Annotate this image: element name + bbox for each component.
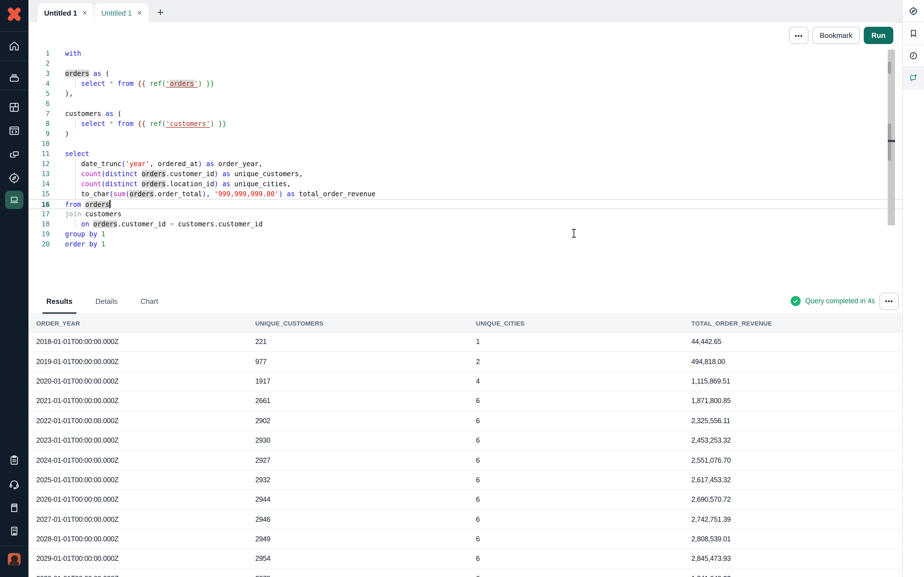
table-cell: 2927 xyxy=(247,450,468,470)
table-row[interactable]: 2027-01-01T00:00:00.000Z294662,742,751.3… xyxy=(29,509,903,529)
code-line: 7customers as ( xyxy=(29,109,903,119)
code-line: 4 select * from {{ ref('orders') }} xyxy=(29,79,903,89)
tab-untitled-2[interactable]: Untitled 1 ✕ xyxy=(95,3,149,22)
app-window: Untitled 1 ✕ Untitled 1 ✕ + ••• Bookmark… xyxy=(0,0,924,577)
table-row[interactable]: 2029-01-01T00:00:00.000Z295462,845,473.9… xyxy=(29,549,903,569)
table-cell: 6 xyxy=(468,431,683,450)
sql-editor[interactable]: 1with23orders as (4 select * from {{ ref… xyxy=(29,48,903,288)
code-line: 19group by 1 xyxy=(29,229,903,239)
text-cursor-pointer xyxy=(571,229,577,240)
table-cell: 494,818.00 xyxy=(683,352,903,372)
tab-chart[interactable]: Chart xyxy=(141,288,158,314)
home-icon[interactable] xyxy=(0,37,29,54)
ai-chat-sparkle-icon[interactable] xyxy=(903,67,924,89)
results-tab-bar: Results Details Chart xyxy=(29,288,903,314)
table-cell: 1,871,800.85 xyxy=(683,391,903,411)
more-options-button[interactable]: ••• xyxy=(789,27,809,44)
close-icon[interactable]: ✕ xyxy=(137,9,142,16)
table-cell: 221 xyxy=(247,332,468,352)
close-icon[interactable]: ✕ xyxy=(82,9,87,16)
code-line: 18 on orders.customer_id = customers.cus… xyxy=(29,219,903,229)
table-row[interactable]: 2018-01-01T00:00:00.000Z221144,442.65 xyxy=(29,332,903,352)
code-line: 6 xyxy=(29,99,903,109)
support-headset-icon[interactable] xyxy=(0,475,29,492)
table-row[interactable]: 2028-01-01T00:00:00.000Z294962,808,539.0… xyxy=(29,529,903,549)
table-cell: 1 xyxy=(468,332,683,352)
code-line: 16from orders xyxy=(29,199,903,209)
table-cell: 2,453,253.32 xyxy=(683,431,903,450)
table-cell: 2023-01-01T00:00:00.000Z xyxy=(29,431,247,450)
table-cell: 2932 xyxy=(247,470,468,490)
tab-results[interactable]: Results xyxy=(46,288,73,314)
table-cell: 4 xyxy=(468,372,683,392)
table-cell: 2944 xyxy=(247,490,468,509)
column-header[interactable]: UNIQUE_CITIES xyxy=(468,315,683,332)
table-row[interactable]: 2020-01-01T00:00:00.000Z191741,115,869.5… xyxy=(29,372,903,392)
clipboard-icon[interactable] xyxy=(0,451,29,468)
table-row[interactable]: 2024-01-01T00:00:00.000Z292762,551,076.7… xyxy=(29,450,903,470)
query-status: Query completed in 4s ••• xyxy=(791,288,899,314)
table-row[interactable]: 2023-01-01T00:00:00.000Z293062,453,253.3… xyxy=(29,431,903,450)
table-cell: 1917 xyxy=(247,372,468,392)
column-header[interactable]: TOTAL_ORDER_REVENUE xyxy=(683,315,903,332)
tab-label: Untitled 1 xyxy=(101,9,132,17)
column-header[interactable]: UNIQUE_CUSTOMERS xyxy=(247,315,468,332)
tab-untitled-1[interactable]: Untitled 1 ✕ xyxy=(37,3,95,22)
bookmark-button[interactable]: Bookmark xyxy=(813,27,859,44)
table-cell: 2,845,473.93 xyxy=(683,549,903,569)
table-cell: 2954 xyxy=(247,549,468,569)
table-row[interactable]: 2019-01-01T00:00:00.000Z9772494,818.00 xyxy=(29,352,903,372)
table-cell: 2,742,751.39 xyxy=(683,509,903,529)
dashboard-grid-icon[interactable] xyxy=(0,99,29,115)
code-line: 10 xyxy=(29,139,903,149)
cell-toolbar: ••• Bookmark Run xyxy=(29,22,893,49)
new-tab-icon[interactable]: + xyxy=(157,6,163,19)
code-line: 15 to_char(sum(orders.order_total), '999… xyxy=(29,189,903,199)
column-header[interactable]: ORDER_YEAR xyxy=(29,315,247,332)
table-cell: 6 xyxy=(468,391,683,411)
windows-icon[interactable] xyxy=(0,147,29,163)
table-row[interactable]: 2022-01-01T00:00:00.000Z290262,325,556.1… xyxy=(29,411,903,431)
table-cell: 2028-01-01T00:00:00.000Z xyxy=(29,529,247,549)
run-button[interactable]: Run xyxy=(863,27,893,44)
table-row[interactable]: 2026-01-01T00:00:00.000Z294462,690,570.7… xyxy=(29,490,903,509)
organization-building-icon[interactable] xyxy=(0,522,29,539)
table-cell: 1,115,869.51 xyxy=(683,372,903,392)
tab-details[interactable]: Details xyxy=(95,288,118,314)
compass-icon[interactable] xyxy=(903,0,924,22)
user-avatar[interactable] xyxy=(8,553,21,566)
hex-logo-icon[interactable] xyxy=(7,7,22,22)
results-table: ORDER_YEARUNIQUE_CUSTOMERSUNIQUE_CITIEST… xyxy=(29,315,903,577)
docs-book-icon[interactable] xyxy=(0,499,29,516)
table-cell: 6 xyxy=(468,490,683,509)
table-row[interactable]: 2025-01-01T00:00:00.000Z293262,617,453.3… xyxy=(29,470,903,490)
table-cell: 2,617,453.32 xyxy=(683,470,903,490)
table-cell: 2021-01-01T00:00:00.000Z xyxy=(29,391,247,411)
code-line: 13 count(distinct orders.customer_id) as… xyxy=(29,169,903,179)
table-row[interactable]: 2030-01-01T00:00:00.000Z287961,841,049.3… xyxy=(29,569,903,577)
editor-scrollbar[interactable] xyxy=(887,50,895,225)
table-cell: 2949 xyxy=(247,529,468,549)
data-drawer-icon[interactable] xyxy=(0,69,29,86)
table-cell: 977 xyxy=(247,352,468,372)
code-line: 14 count(distinct orders.location_id) as… xyxy=(29,179,903,189)
table-cell: 6 xyxy=(468,470,683,490)
cursor-position-marker xyxy=(887,140,895,142)
table-cell: 2030-01-01T00:00:00.000Z xyxy=(29,569,247,577)
code-line: 17join customers xyxy=(29,209,903,219)
table-cell: 6 xyxy=(468,529,683,549)
status-text: Query completed in 4s xyxy=(805,297,875,305)
code-line: 5), xyxy=(29,89,903,99)
table-cell: 2661 xyxy=(247,391,468,411)
results-more-button[interactable]: ••• xyxy=(879,292,899,310)
explore-compass-icon[interactable] xyxy=(0,169,29,186)
code-line: 9) xyxy=(29,129,903,139)
table-cell: 2029-01-01T00:00:00.000Z xyxy=(29,549,247,569)
table-row[interactable]: 2021-01-01T00:00:00.000Z266161,871,800.8… xyxy=(29,391,903,411)
table-cell: 2025-01-01T00:00:00.000Z xyxy=(29,470,247,490)
desktop-icon-active[interactable] xyxy=(5,191,23,209)
code-line: 1with xyxy=(29,48,903,58)
history-clock-icon[interactable] xyxy=(903,45,924,67)
bookmark-icon[interactable] xyxy=(903,22,924,45)
code-browser-icon[interactable] xyxy=(0,122,29,139)
